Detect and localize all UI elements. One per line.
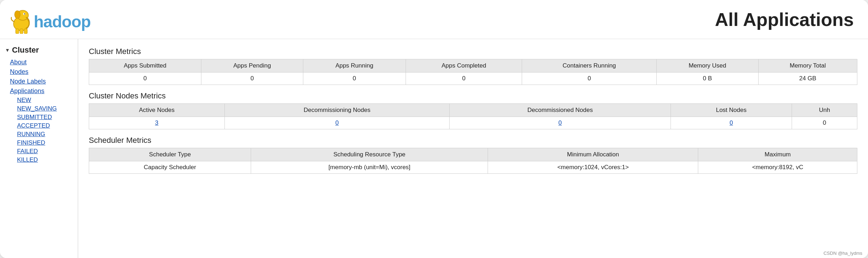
col-containers-running: Containers Running xyxy=(522,59,657,72)
col-decommissioning-nodes: Decommissioning Nodes xyxy=(224,104,450,117)
col-scheduler-type: Scheduler Type xyxy=(89,148,251,161)
watermark: CSDN @ha_lydms xyxy=(824,251,862,256)
val-active-nodes: 3 xyxy=(89,117,225,129)
sidebar-item-failed[interactable]: FAILED xyxy=(17,147,78,156)
sidebar-item-running[interactable]: RUNNING xyxy=(17,130,78,139)
cluster-nodes-metrics-table: Active Nodes Decommissioning Nodes Decom… xyxy=(89,103,857,129)
val-apps-completed: 0 xyxy=(406,72,522,85)
sidebar-item-accepted[interactable]: ACCEPTED xyxy=(17,122,78,130)
sidebar-item-finished[interactable]: FINISHED xyxy=(17,139,78,147)
table-row: 3 0 0 0 0 xyxy=(89,117,857,129)
val-decommissioning-nodes: 0 xyxy=(224,117,450,129)
page-title: All Applications xyxy=(715,9,854,30)
cluster-section-header[interactable]: ▼ Cluster xyxy=(0,43,78,58)
scheduler-metrics-table: Scheduler Type Scheduling Resource Type … xyxy=(89,148,857,174)
col-decommissioned-nodes: Decommissioned Nodes xyxy=(450,104,671,117)
main-layout: ▼ Cluster About Nodes Node Labels Applic… xyxy=(0,39,868,258)
scheduler-metrics-title: Scheduler Metrics xyxy=(89,136,857,145)
val-containers-running: 0 xyxy=(522,72,657,85)
svg-rect-5 xyxy=(16,29,19,34)
val-memory-total: 24 GB xyxy=(758,72,857,85)
decommissioning-nodes-link[interactable]: 0 xyxy=(335,119,338,126)
sidebar-item-new[interactable]: NEW xyxy=(17,96,78,104)
sidebar-sub-links: NEW NEW_SAVING SUBMITTED ACCEPTED RUNNIN… xyxy=(10,96,78,164)
sidebar-item-about[interactable]: About xyxy=(10,58,78,67)
active-nodes-link[interactable]: 3 xyxy=(155,119,158,126)
col-memory-used: Memory Used xyxy=(656,59,758,72)
val-unh-nodes: 0 xyxy=(792,117,857,129)
sidebar-item-new-saving[interactable]: NEW_SAVING xyxy=(17,104,78,113)
cluster-label: Cluster xyxy=(12,45,39,55)
svg-rect-7 xyxy=(24,29,27,34)
chevron-icon: ▼ xyxy=(5,47,10,53)
sidebar-links: About Nodes Node Labels Applications NEW… xyxy=(0,58,78,164)
col-active-nodes: Active Nodes xyxy=(89,104,225,117)
svg-rect-6 xyxy=(20,29,23,34)
col-max-allocation: Maximum xyxy=(698,148,857,161)
header: hadoop All Applications xyxy=(0,0,868,39)
col-apps-pending: Apps Pending xyxy=(201,59,303,72)
val-scheduler-type: Capacity Scheduler xyxy=(89,161,251,174)
val-max-allocation: <memory:8192, vC xyxy=(698,161,857,174)
val-min-allocation: <memory:1024, vCores:1> xyxy=(488,161,698,174)
sidebar-item-applications[interactable]: Applications xyxy=(10,86,78,96)
sidebar-item-node-labels[interactable]: Node Labels xyxy=(10,77,78,86)
content-area: Cluster Metrics Apps Submitted Apps Pend… xyxy=(78,39,868,258)
col-apps-running: Apps Running xyxy=(303,59,406,72)
logo-area: hadoop xyxy=(7,5,107,34)
cluster-metrics-table: Apps Submitted Apps Pending Apps Running… xyxy=(89,59,857,85)
val-apps-submitted: 0 xyxy=(89,72,201,85)
cluster-nodes-metrics-title: Cluster Nodes Metrics xyxy=(89,91,857,101)
col-unh-nodes: Unh xyxy=(792,104,857,117)
table-row: Capacity Scheduler [memory-mb (unit=Mi),… xyxy=(89,161,857,174)
val-decommissioned-nodes: 0 xyxy=(450,117,671,129)
sidebar-item-nodes[interactable]: Nodes xyxy=(10,67,78,77)
val-lost-nodes: 0 xyxy=(671,117,792,129)
decommissioned-nodes-link[interactable]: 0 xyxy=(558,119,562,126)
val-scheduling-resource-type: [memory-mb (unit=Mi), vcores] xyxy=(251,161,488,174)
svg-text:hadoop: hadoop xyxy=(34,12,91,31)
sidebar: ▼ Cluster About Nodes Node Labels Applic… xyxy=(0,39,78,258)
col-memory-total: Memory Total xyxy=(758,59,857,72)
cluster-metrics-title: Cluster Metrics xyxy=(89,47,857,56)
col-lost-nodes: Lost Nodes xyxy=(671,104,792,117)
col-apps-submitted: Apps Submitted xyxy=(89,59,201,72)
col-scheduling-resource-type: Scheduling Resource Type xyxy=(251,148,488,161)
svg-point-2 xyxy=(15,11,20,18)
val-apps-running: 0 xyxy=(303,72,406,85)
col-min-allocation: Minimum Allocation xyxy=(488,148,698,161)
col-apps-completed: Apps Completed xyxy=(406,59,522,72)
svg-point-4 xyxy=(24,13,25,14)
table-row: 0 0 0 0 0 0 B 24 GB xyxy=(89,72,857,85)
sidebar-item-submitted[interactable]: SUBMITTED xyxy=(17,113,78,122)
val-apps-pending: 0 xyxy=(201,72,303,85)
lost-nodes-link[interactable]: 0 xyxy=(729,119,733,126)
hadoop-logo: hadoop xyxy=(7,5,107,34)
sidebar-item-killed[interactable]: KILLED xyxy=(17,156,78,164)
val-memory-used: 0 B xyxy=(656,72,758,85)
